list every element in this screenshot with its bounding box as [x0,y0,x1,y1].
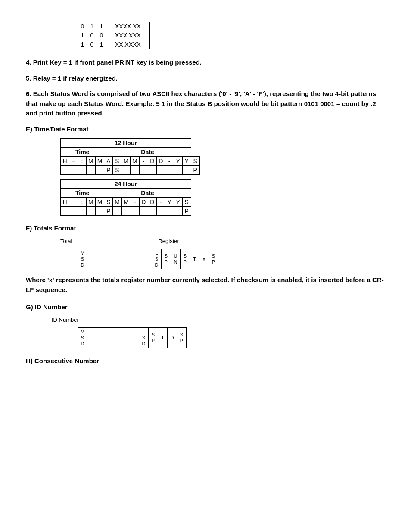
table-row: 1 0 0 XXX.XXX [78,31,150,40]
note5: 5. Relay = 1 if relay energized. [26,74,385,84]
id-row: MSD LSD SP I D SP [78,327,187,348]
totals-row: MSD LSD SP UN SP T x SP [78,249,218,269]
twelve-hour-header-row: 12 Hour [61,139,200,148]
twenty-four-header-row: 24 Hour [61,180,191,189]
section-h: H) Consecutive Number [26,356,385,366]
time-label2: Time [61,189,104,198]
top-table: 0 1 1 XXXX.XX 1 0 0 XXX.XXX 1 0 1 XX.XXX… [78,22,150,49]
section-f-desc: Where 'x' represents the totals register… [26,275,385,295]
twenty-four-hour-table: 24 Hour Time Date H H : M M S M M - D D … [60,179,191,216]
section-f-heading: F) Totals Format [26,224,385,233]
twelve-data-row1: H H : M M A S M M - D D - Y Y S [61,157,200,166]
section-h-heading: H) Consecutive Number [26,356,385,366]
section-f: F) Totals Format Total Register MSD LSD … [26,224,385,295]
totals-table: MSD LSD SP UN SP T x SP [78,249,218,270]
id-table: MSD LSD SP I D SP [78,327,187,348]
total-label: Total [60,238,72,244]
section-e-heading: E) Time/Date Format [26,124,385,134]
register-label: Register [158,238,179,244]
id-outer: ID Number MSD LSD SP I D SP [52,317,385,348]
section-g-heading: G) ID Number [26,302,385,312]
twenty-four-label: 24 Hour [61,180,191,189]
time-date-header-row: Time Date [61,148,200,157]
id-label: ID Number [52,317,385,323]
note6: 6. Each Status Word is comprised of two … [26,89,385,118]
twelve-data-row2: P S P [61,166,200,175]
totals-outer: Total Register MSD LSD SP UN SP T [52,238,385,270]
date-label2: Date [104,189,191,198]
twenty-four-data-row2: P P [61,207,191,216]
twelve-hour-table: 12 Hour Time Date H H : M M A S M M - D … [60,138,200,175]
time-date-header-row2: Time Date [61,189,191,198]
totals-labels: Total Register [52,238,385,244]
table-row: 0 1 1 XXXX.XX [78,22,150,31]
section-e: E) Time/Date Format 12 Hour Time Date H … [26,124,385,216]
section-g: G) ID Number ID Number MSD LSD SP I D SP [26,302,385,348]
twenty-four-data-row1: H H : M M S M M - D D - Y Y S [61,198,191,207]
date-label: Date [104,148,191,157]
time-label: Time [61,148,104,157]
twelve-hour-label: 12 Hour [61,139,191,148]
note4: 4. Print Key = 1 if front panel PRINT ke… [26,58,385,68]
table-row: 1 0 1 XX.XXXX [78,40,150,49]
